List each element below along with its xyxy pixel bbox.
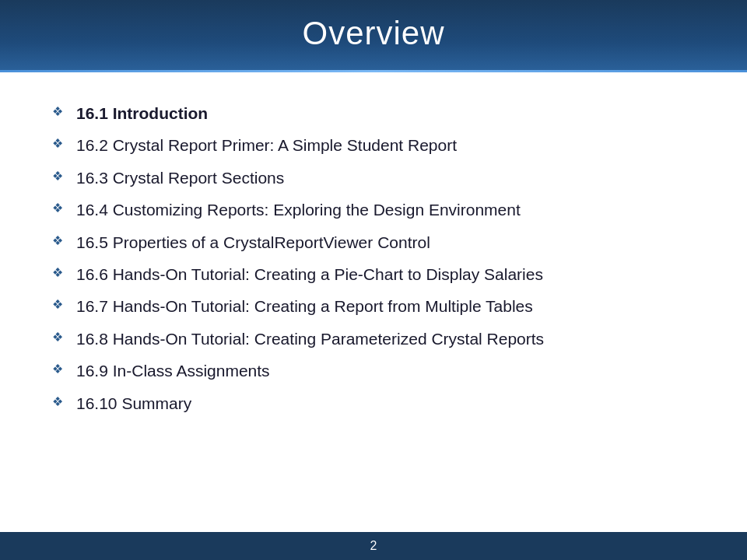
bullet-text: 16.5 Properties of a CrystalReportViewer… bbox=[76, 231, 700, 254]
bullet-item: 16.2 Crystal Report Primer: A Simple Stu… bbox=[47, 129, 700, 161]
bullet-item: 16.10 Summary bbox=[47, 387, 700, 419]
bullet-text: 16.2 Crystal Report Primer: A Simple Stu… bbox=[76, 134, 700, 156]
bullet-diamond-icon bbox=[47, 200, 68, 217]
bullet-text: 16.6 Hands-On Tutorial: Creating a Pie-C… bbox=[76, 263, 700, 285]
bullet-text: 16.3 Crystal Report Sections bbox=[76, 166, 700, 189]
slide-content: 16.1 Introduction16.2 Crystal Report Pri… bbox=[0, 72, 747, 532]
slide-header: Overview bbox=[0, 0, 747, 70]
overview-list: 16.1 Introduction16.2 Crystal Report Pri… bbox=[47, 97, 700, 419]
bullet-item: 16.3 Crystal Report Sections bbox=[47, 162, 700, 194]
bullet-item: 16.4 Customizing Reports: Exploring the … bbox=[47, 194, 700, 226]
bullet-diamond-icon bbox=[47, 361, 68, 378]
bullet-diamond-icon bbox=[47, 329, 68, 346]
bullet-diamond-icon bbox=[47, 233, 68, 250]
slide: Overview 16.1 Introduction16.2 Crystal R… bbox=[0, 0, 747, 560]
bullet-item: 16.7 Hands-On Tutorial: Creating a Repor… bbox=[47, 290, 700, 322]
bullet-diamond-icon bbox=[47, 394, 68, 411]
bullet-item: 16.9 In-Class Assignments bbox=[47, 355, 700, 387]
bullet-diamond-icon bbox=[47, 168, 68, 185]
bullet-text: 16.9 In-Class Assignments bbox=[76, 359, 700, 382]
bullet-text: 16.4 Customizing Reports: Exploring the … bbox=[76, 198, 700, 221]
slide-footer: 2 bbox=[0, 532, 747, 560]
bullet-diamond-icon bbox=[47, 296, 68, 313]
bullet-text: 16.7 Hands-On Tutorial: Creating a Repor… bbox=[76, 295, 700, 317]
bullet-text: 16.1 Introduction bbox=[76, 102, 700, 124]
slide-title: Overview bbox=[302, 15, 444, 52]
bullet-text: 16.10 Summary bbox=[76, 392, 700, 415]
page-number: 2 bbox=[370, 539, 377, 553]
bullet-item: 16.8 Hands-On Tutorial: Creating Paramet… bbox=[47, 323, 700, 355]
bullet-diamond-icon bbox=[47, 103, 68, 121]
bullet-diamond-icon bbox=[47, 135, 68, 152]
bullet-item: 16.1 Introduction bbox=[47, 97, 700, 129]
bullet-text: 16.8 Hands-On Tutorial: Creating Paramet… bbox=[76, 327, 700, 350]
bullet-diamond-icon bbox=[47, 264, 68, 282]
bullet-item: 16.5 Properties of a CrystalReportViewer… bbox=[47, 226, 700, 258]
bullet-item: 16.6 Hands-On Tutorial: Creating a Pie-C… bbox=[47, 258, 700, 290]
